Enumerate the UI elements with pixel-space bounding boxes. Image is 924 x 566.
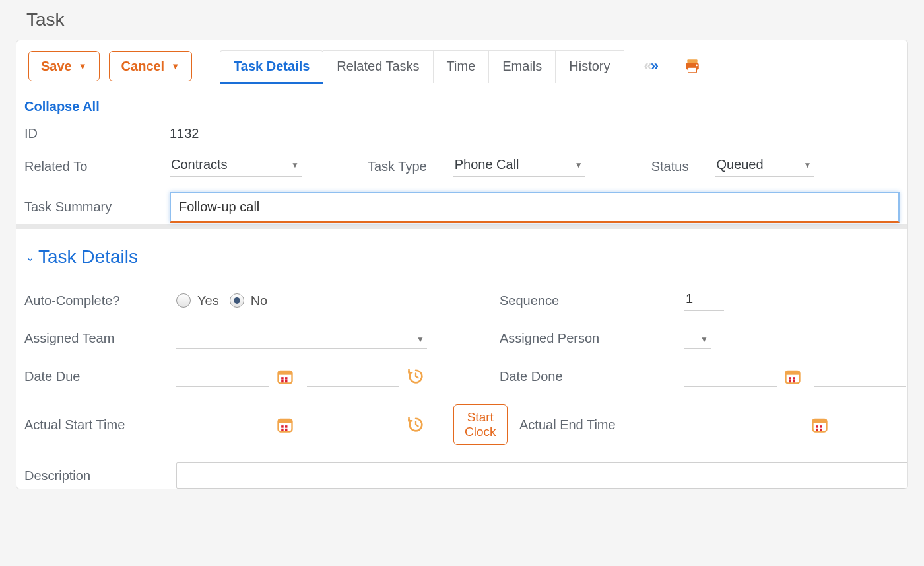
- assigned-team-label: Assigned Team: [24, 331, 176, 346]
- chevron-down-icon: ▼: [416, 335, 424, 344]
- toolbar: Save ▼ Cancel ▼ Task Details Related Tas…: [16, 40, 908, 83]
- assigned-person-label: Assigned Person: [500, 331, 684, 346]
- save-button[interactable]: Save ▼: [28, 51, 100, 81]
- date-due-label: Date Due: [24, 369, 176, 384]
- description-input[interactable]: [176, 462, 908, 489]
- svg-rect-9: [285, 380, 288, 383]
- sequence-input[interactable]: [684, 290, 724, 311]
- related-to-label: Related To: [24, 159, 170, 174]
- auto-complete-radio-group: Yes No: [176, 293, 453, 308]
- task-card: Save ▼ Cancel ▼ Task Details Related Tas…: [16, 40, 908, 489]
- chevron-down-icon: ▼: [700, 335, 708, 344]
- assigned-team-dropdown[interactable]: ▼: [176, 334, 427, 349]
- chevron-down-icon: ⌄: [26, 251, 34, 264]
- tab-bar: Task Details Related Tasks Time Emails H…: [220, 50, 624, 83]
- tab-prev-icon: «: [644, 57, 649, 75]
- calendar-icon[interactable]: [810, 415, 830, 435]
- actual-end-label: Actual End Time: [500, 417, 684, 433]
- svg-rect-11: [786, 371, 800, 375]
- calendar-icon[interactable]: [275, 415, 295, 435]
- actual-start-time-input[interactable]: [307, 414, 399, 435]
- collapse-all-link[interactable]: Collapse All: [22, 95, 902, 126]
- save-button-label: Save: [41, 59, 72, 74]
- calendar-icon[interactable]: [783, 367, 802, 386]
- task-type-value: Phone Call: [455, 157, 519, 172]
- task-type-dropdown[interactable]: Phone Call ▼: [453, 156, 585, 177]
- actual-start-label: Actual Start Time: [24, 417, 176, 433]
- status-value: Queued: [716, 157, 763, 172]
- print-icon[interactable]: [684, 57, 701, 75]
- tab-label: History: [569, 59, 610, 73]
- svg-rect-27: [820, 429, 822, 431]
- chevron-down-icon: ▼: [171, 61, 180, 71]
- tab-related-tasks[interactable]: Related Tasks: [323, 50, 433, 83]
- section-header-label: Task Details: [38, 246, 138, 267]
- actual-end-input[interactable]: [684, 414, 803, 435]
- date-done-input[interactable]: [684, 366, 777, 387]
- radio-no-label: No: [251, 293, 268, 308]
- chevron-down-icon: ▼: [575, 160, 583, 170]
- assigned-person-dropdown[interactable]: ▼: [684, 334, 711, 349]
- tab-history[interactable]: History: [556, 50, 624, 83]
- svg-rect-2: [688, 67, 697, 73]
- id-label: ID: [24, 126, 170, 141]
- svg-rect-17: [279, 419, 292, 423]
- chevron-down-icon: ▼: [291, 160, 299, 170]
- start-clock-label: Start Clock: [465, 410, 496, 439]
- date-done-time-input[interactable]: [814, 366, 906, 387]
- svg-rect-19: [285, 425, 288, 428]
- date-due-time-input[interactable]: [307, 366, 399, 387]
- auto-complete-label: Auto-Complete?: [24, 293, 176, 308]
- task-type-label: Task Type: [368, 159, 427, 174]
- actual-start-input[interactable]: [176, 414, 269, 435]
- radio-no[interactable]: [230, 293, 244, 308]
- tab-label: Task Details: [234, 59, 310, 73]
- svg-rect-0: [687, 59, 697, 63]
- related-to-dropdown[interactable]: Contracts ▼: [170, 156, 302, 177]
- tab-next-icon[interactable]: »: [651, 57, 656, 75]
- date-due-input[interactable]: [176, 366, 269, 387]
- task-summary-label: Task Summary: [24, 199, 170, 215]
- svg-rect-24: [816, 425, 818, 428]
- tab-label: Emails: [502, 59, 542, 73]
- tab-emails[interactable]: Emails: [489, 50, 556, 83]
- section-header-task-details[interactable]: ⌄ Task Details: [16, 229, 908, 285]
- tab-label: Related Tasks: [337, 59, 419, 73]
- tab-scroll-nav: « »: [644, 57, 657, 75]
- page-title: Task: [0, 0, 924, 40]
- svg-rect-12: [789, 377, 791, 380]
- svg-rect-5: [279, 371, 292, 375]
- tab-label: Time: [447, 59, 476, 73]
- id-value: 1132: [170, 126, 900, 141]
- svg-rect-14: [789, 380, 791, 383]
- cancel-button-label: Cancel: [121, 59, 165, 74]
- date-done-label: Date Done: [500, 369, 684, 384]
- task-summary-input[interactable]: [170, 192, 900, 223]
- svg-rect-6: [281, 377, 284, 380]
- svg-rect-26: [816, 429, 818, 431]
- svg-rect-15: [793, 380, 795, 383]
- history-clock-icon[interactable]: [406, 415, 426, 435]
- related-to-value: Contracts: [171, 157, 228, 172]
- chevron-down-icon: ▼: [79, 61, 87, 71]
- sequence-label: Sequence: [500, 293, 684, 308]
- svg-rect-13: [793, 377, 795, 380]
- svg-rect-8: [281, 380, 284, 383]
- tab-task-details[interactable]: Task Details: [220, 50, 323, 83]
- chevron-down-icon: ▼: [804, 160, 812, 170]
- divider: [16, 224, 908, 229]
- description-label: Description: [24, 468, 176, 483]
- svg-rect-7: [285, 377, 288, 380]
- svg-rect-23: [813, 419, 827, 423]
- cancel-button[interactable]: Cancel ▼: [109, 51, 192, 81]
- history-clock-icon[interactable]: [406, 367, 426, 386]
- svg-rect-18: [281, 425, 284, 428]
- calendar-icon[interactable]: [275, 367, 295, 386]
- status-dropdown[interactable]: Queued ▼: [715, 156, 814, 177]
- status-label: Status: [651, 159, 689, 174]
- action-buttons: Save ▼ Cancel ▼: [28, 51, 192, 81]
- tab-time[interactable]: Time: [434, 50, 490, 83]
- radio-yes-label: Yes: [197, 293, 219, 308]
- radio-yes[interactable]: [176, 293, 191, 308]
- svg-rect-20: [281, 429, 284, 431]
